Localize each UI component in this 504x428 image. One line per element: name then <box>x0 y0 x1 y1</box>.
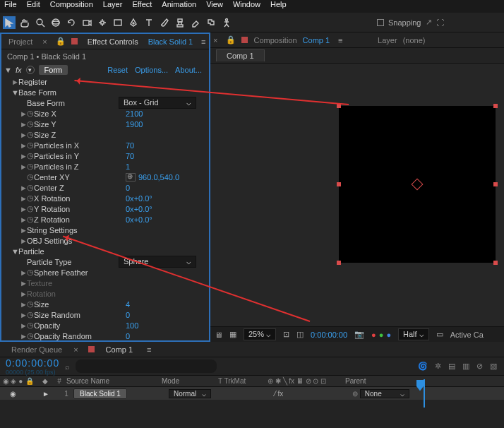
preset-icon[interactable]: ▾ <box>26 66 35 74</box>
val-zrot-b[interactable]: +0.0° <box>134 215 152 224</box>
layer-name[interactable]: Black Solid 1 <box>73 388 127 399</box>
val-opacr[interactable]: 0 <box>126 332 130 340</box>
menu-layer[interactable]: Layer <box>103 0 123 13</box>
particle-type-dropdown[interactable]: Sphere⌵ <box>119 256 196 268</box>
stopwatch-icon[interactable]: ◷ <box>27 130 34 139</box>
expand-icon[interactable]: ► <box>20 141 27 150</box>
handle-icon[interactable] <box>337 182 341 186</box>
puppet-tool[interactable] <box>220 16 233 29</box>
expand-icon[interactable]: ▼ <box>11 247 18 256</box>
expand-icon[interactable]: ► <box>20 321 27 330</box>
roto-tool[interactable] <box>205 16 217 29</box>
stopwatch-icon[interactable]: ◷ <box>27 183 34 192</box>
expand-icon[interactable]: ► <box>20 152 27 160</box>
val-xrot-b[interactable]: +0.0° <box>134 194 152 203</box>
zoom-dropdown[interactable]: 25% ⌵ <box>244 328 276 340</box>
handle-icon[interactable] <box>337 261 341 265</box>
expand-icon[interactable]: ► <box>20 131 27 139</box>
camera-tool[interactable] <box>80 16 93 29</box>
options-link[interactable]: Options... <box>135 66 168 74</box>
menu-composition[interactable]: Composition <box>50 0 93 13</box>
eraser-tool[interactable] <box>189 16 202 29</box>
close-icon[interactable]: × <box>73 345 78 354</box>
hand-tool[interactable] <box>18 16 31 29</box>
snapshot-icon[interactable]: 📷 <box>354 330 364 339</box>
expand-icon[interactable]: ► <box>20 215 27 224</box>
resolution-dropdown[interactable]: Half ⌵ <box>398 328 429 340</box>
val-pz[interactable]: 1 <box>126 162 130 171</box>
mask-icon[interactable]: ◫ <box>296 330 304 339</box>
reset-link[interactable]: Reset <box>107 66 128 74</box>
expand-icon[interactable]: ► <box>20 109 27 118</box>
draft3d-icon[interactable]: ✲ <box>435 362 441 371</box>
zoom-tool[interactable] <box>34 16 47 29</box>
expand-icon[interactable]: ► <box>20 120 27 129</box>
panel-menu-icon[interactable]: ≡ <box>335 36 345 44</box>
active-camera[interactable]: Active Ca <box>450 331 484 339</box>
stopwatch-icon[interactable]: ◷ <box>27 141 34 150</box>
channel-icon[interactable]: ●●● <box>371 331 391 339</box>
timeline-comp-tab[interactable]: Comp 1 <box>102 344 138 355</box>
val-zrot-a[interactable]: 0x <box>126 215 134 224</box>
expand-icon[interactable]: ► <box>20 311 27 319</box>
frame-blend-icon[interactable]: ▥ <box>462 362 469 371</box>
stopwatch-icon[interactable]: ◷ <box>27 151 34 160</box>
expand-icon[interactable]: ► <box>20 268 27 277</box>
handle-icon[interactable] <box>493 261 498 265</box>
val-xrot-a[interactable]: 0x <box>126 194 134 203</box>
val-yrot-a[interactable]: 0x <box>126 205 134 213</box>
parent-pickwhip-icon[interactable]: ⊚ <box>352 390 358 398</box>
preview-layer[interactable] <box>339 106 496 263</box>
anchor-tool[interactable] <box>96 16 109 29</box>
timecode[interactable]: 0:00:00:00 <box>311 331 347 339</box>
playhead-line[interactable] <box>424 379 425 408</box>
effect-target-link[interactable]: Black Solid 1 <box>148 37 193 46</box>
menu-view[interactable]: View <box>206 0 223 13</box>
safe-zone-icon[interactable]: ⊡ <box>283 330 289 339</box>
project-tab[interactable]: Project <box>4 36 37 47</box>
panel-menu-icon[interactable]: ≡ <box>144 345 154 354</box>
selection-tool[interactable] <box>3 16 16 29</box>
val-size-y[interactable]: 1900 <box>126 120 143 129</box>
expand-icon[interactable]: ▼ <box>11 88 18 97</box>
expand-icon[interactable]: ► <box>20 300 27 309</box>
val-psizer[interactable]: 0 <box>126 311 130 319</box>
graph-editor-icon[interactable]: ▧ <box>490 362 497 371</box>
expand-icon[interactable]: ► <box>20 226 27 234</box>
snapping-checkbox[interactable] <box>377 19 384 26</box>
expand-icon[interactable]: ► <box>20 184 27 192</box>
menu-file[interactable]: File <box>4 0 17 13</box>
stopwatch-icon[interactable]: ◷ <box>27 119 34 129</box>
stopwatch-icon[interactable]: ◷ <box>27 331 34 340</box>
shy-icon[interactable]: ▤ <box>448 362 455 371</box>
effect-toggle-icon[interactable]: ▼ <box>4 66 11 74</box>
snap-opt2-icon[interactable]: ⛶ <box>436 18 444 27</box>
val-opac[interactable]: 100 <box>126 321 138 330</box>
val-px[interactable]: 70 <box>126 141 134 150</box>
parent-dropdown[interactable]: None⌵ <box>360 389 409 398</box>
comp-name-link[interactable]: Comp 1 <box>303 36 330 44</box>
val-center-z[interactable]: 0 <box>126 184 130 192</box>
stopwatch-icon[interactable]: ◷ <box>27 204 34 213</box>
fx-badge[interactable]: fx <box>16 66 22 74</box>
handle-icon[interactable] <box>493 182 498 186</box>
stopwatch-icon[interactable]: ◷ <box>27 172 34 182</box>
handle-icon[interactable] <box>493 104 498 108</box>
panel-menu-icon[interactable]: ≡ <box>198 37 208 46</box>
val-size-x[interactable]: 2100 <box>126 109 143 118</box>
about-link[interactable]: About... <box>175 66 202 74</box>
snap-opt-icon[interactable]: ↗ <box>426 18 432 27</box>
pen-tool[interactable] <box>127 16 140 29</box>
effect-controls-tab[interactable]: Effect Controls <box>83 36 143 47</box>
val-psize[interactable]: 4 <box>126 300 130 309</box>
val-py[interactable]: 70 <box>126 152 134 160</box>
orbit-tool[interactable] <box>49 16 62 29</box>
lock-icon[interactable]: 🔒 <box>226 35 236 44</box>
stopwatch-icon[interactable]: ◷ <box>27 162 34 171</box>
col-source[interactable]: Source Name <box>66 377 162 385</box>
expand-icon[interactable]: ► <box>20 332 27 340</box>
menu-animation[interactable]: Animation <box>162 0 196 13</box>
menu-effect[interactable]: Effect <box>132 0 152 13</box>
blend-mode-dropdown[interactable]: Normal⌵ <box>169 389 211 398</box>
expand-icon[interactable]: ► <box>20 279 27 287</box>
